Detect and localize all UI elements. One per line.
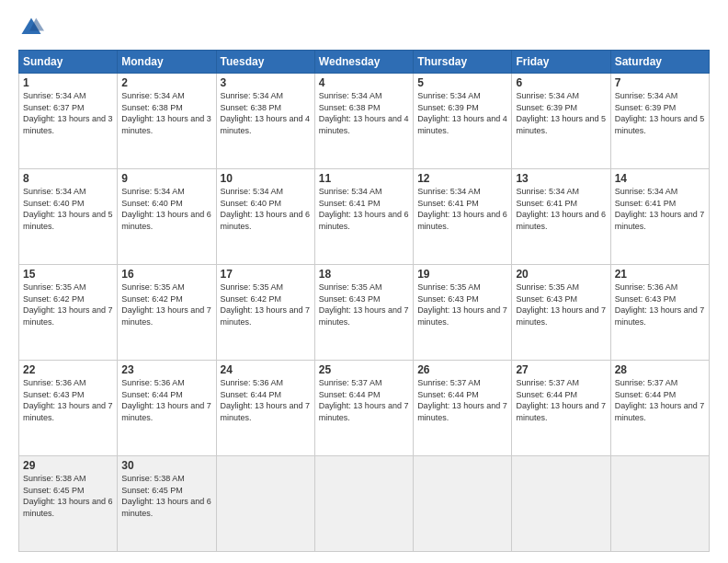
calendar-cell: 1 Sunrise: 5:34 AMSunset: 6:37 PMDayligh…: [19, 74, 118, 169]
day-number: 3: [221, 76, 311, 89]
calendar-cell: 5 Sunrise: 5:34 AMSunset: 6:39 PMDayligh…: [414, 74, 512, 169]
day-info: Sunrise: 5:35 AMSunset: 6:43 PMDaylight:…: [417, 282, 507, 327]
day-number: 17: [221, 268, 311, 281]
logo-icon: [18, 15, 44, 40]
day-number: 2: [121, 76, 211, 89]
calendar-header-thursday: Thursday: [414, 51, 512, 74]
day-number: 21: [615, 268, 705, 281]
day-number: 28: [615, 363, 705, 376]
day-info: Sunrise: 5:35 AMSunset: 6:42 PMDaylight:…: [121, 282, 211, 327]
calendar-cell: 18 Sunrise: 5:35 AMSunset: 6:43 PMDaylig…: [314, 265, 413, 361]
calendar-cell: [610, 456, 709, 552]
calendar-cell: 9 Sunrise: 5:34 AMSunset: 6:40 PMDayligh…: [118, 169, 216, 265]
day-info: Sunrise: 5:35 AMSunset: 6:43 PMDaylight:…: [516, 282, 606, 327]
day-number: 20: [516, 268, 606, 281]
day-number: 26: [417, 363, 507, 376]
calendar-cell: 20 Sunrise: 5:35 AMSunset: 6:43 PMDaylig…: [512, 265, 610, 361]
calendar-cell: 29 Sunrise: 5:38 AMSunset: 6:45 PMDaylig…: [19, 456, 118, 552]
calendar-header-wednesday: Wednesday: [314, 51, 413, 74]
day-number: 30: [121, 459, 211, 472]
calendar-cell: 10 Sunrise: 5:34 AMSunset: 6:40 PMDaylig…: [216, 169, 314, 265]
day-number: 15: [23, 268, 113, 281]
day-number: 27: [516, 363, 606, 376]
day-number: 22: [23, 363, 113, 376]
day-number: 1: [23, 76, 113, 89]
day-info: Sunrise: 5:36 AMSunset: 6:43 PMDaylight:…: [23, 377, 113, 423]
calendar-cell: 2 Sunrise: 5:34 AMSunset: 6:38 PMDayligh…: [118, 74, 216, 169]
day-info: Sunrise: 5:34 AMSunset: 6:38 PMDaylight:…: [121, 90, 211, 136]
day-number: 24: [221, 363, 311, 376]
calendar-table: SundayMondayTuesdayWednesdayThursdayFrid…: [18, 50, 710, 552]
calendar-cell: [414, 456, 512, 552]
calendar-cell: 21 Sunrise: 5:36 AMSunset: 6:43 PMDaylig…: [610, 265, 709, 361]
page: SundayMondayTuesdayWednesdayThursdayFrid…: [0, 0, 728, 563]
day-info: Sunrise: 5:36 AMSunset: 6:44 PMDaylight:…: [121, 377, 211, 423]
day-info: Sunrise: 5:34 AMSunset: 6:39 PMDaylight:…: [615, 90, 705, 136]
calendar-cell: 11 Sunrise: 5:34 AMSunset: 6:41 PMDaylig…: [314, 169, 413, 265]
calendar-week-3: 15 Sunrise: 5:35 AMSunset: 6:42 PMDaylig…: [19, 265, 710, 361]
calendar-cell: 27 Sunrise: 5:37 AMSunset: 6:44 PMDaylig…: [512, 361, 610, 456]
calendar-cell: 15 Sunrise: 5:35 AMSunset: 6:42 PMDaylig…: [19, 265, 118, 361]
day-number: 25: [319, 363, 409, 376]
day-number: 6: [516, 76, 606, 89]
day-number: 8: [23, 172, 113, 185]
day-info: Sunrise: 5:34 AMSunset: 6:41 PMDaylight:…: [516, 186, 606, 232]
calendar-cell: 3 Sunrise: 5:34 AMSunset: 6:38 PMDayligh…: [216, 74, 314, 169]
day-number: 10: [221, 172, 311, 185]
day-info: Sunrise: 5:34 AMSunset: 6:38 PMDaylight:…: [221, 90, 311, 136]
day-info: Sunrise: 5:37 AMSunset: 6:44 PMDaylight:…: [417, 377, 507, 423]
calendar-cell: 6 Sunrise: 5:34 AMSunset: 6:39 PMDayligh…: [512, 74, 610, 169]
day-info: Sunrise: 5:36 AMSunset: 6:44 PMDaylight:…: [221, 377, 311, 423]
calendar-cell: 25 Sunrise: 5:37 AMSunset: 6:44 PMDaylig…: [314, 361, 413, 456]
day-number: 23: [121, 363, 211, 376]
day-info: Sunrise: 5:35 AMSunset: 6:43 PMDaylight:…: [319, 282, 409, 327]
day-info: Sunrise: 5:34 AMSunset: 6:39 PMDaylight:…: [417, 90, 507, 136]
calendar-cell: 30 Sunrise: 5:38 AMSunset: 6:45 PMDaylig…: [118, 456, 216, 552]
calendar-header-tuesday: Tuesday: [216, 51, 314, 74]
calendar-cell: 26 Sunrise: 5:37 AMSunset: 6:44 PMDaylig…: [414, 361, 512, 456]
day-number: 16: [121, 268, 211, 281]
logo: [18, 15, 48, 40]
day-number: 13: [516, 172, 606, 185]
calendar-cell: 28 Sunrise: 5:37 AMSunset: 6:44 PMDaylig…: [610, 361, 709, 456]
day-number: 12: [417, 172, 507, 185]
day-number: 7: [615, 76, 705, 89]
calendar-cell: [314, 456, 413, 552]
header: [18, 15, 710, 40]
day-number: 19: [417, 268, 507, 281]
day-info: Sunrise: 5:37 AMSunset: 6:44 PMDaylight:…: [319, 377, 409, 423]
day-info: Sunrise: 5:35 AMSunset: 6:42 PMDaylight:…: [221, 282, 311, 327]
calendar-cell: 17 Sunrise: 5:35 AMSunset: 6:42 PMDaylig…: [216, 265, 314, 361]
day-number: 14: [615, 172, 705, 185]
calendar-cell: [216, 456, 314, 552]
day-number: 11: [319, 172, 409, 185]
day-info: Sunrise: 5:35 AMSunset: 6:42 PMDaylight:…: [23, 282, 113, 327]
day-info: Sunrise: 5:38 AMSunset: 6:45 PMDaylight:…: [121, 473, 211, 519]
calendar-cell: 8 Sunrise: 5:34 AMSunset: 6:40 PMDayligh…: [19, 169, 118, 265]
day-info: Sunrise: 5:37 AMSunset: 6:44 PMDaylight:…: [615, 377, 705, 423]
calendar-cell: 22 Sunrise: 5:36 AMSunset: 6:43 PMDaylig…: [19, 361, 118, 456]
calendar-cell: 12 Sunrise: 5:34 AMSunset: 6:41 PMDaylig…: [414, 169, 512, 265]
day-info: Sunrise: 5:34 AMSunset: 6:41 PMDaylight:…: [615, 186, 705, 232]
day-number: 18: [319, 268, 409, 281]
calendar-cell: 7 Sunrise: 5:34 AMSunset: 6:39 PMDayligh…: [610, 74, 709, 169]
day-info: Sunrise: 5:34 AMSunset: 6:41 PMDaylight:…: [417, 186, 507, 232]
calendar-week-2: 8 Sunrise: 5:34 AMSunset: 6:40 PMDayligh…: [19, 169, 710, 265]
calendar-cell: 4 Sunrise: 5:34 AMSunset: 6:38 PMDayligh…: [314, 74, 413, 169]
calendar-week-4: 22 Sunrise: 5:36 AMSunset: 6:43 PMDaylig…: [19, 361, 710, 456]
day-info: Sunrise: 5:36 AMSunset: 6:43 PMDaylight:…: [615, 282, 705, 327]
day-info: Sunrise: 5:34 AMSunset: 6:40 PMDaylight:…: [121, 186, 211, 232]
day-info: Sunrise: 5:34 AMSunset: 6:41 PMDaylight:…: [319, 186, 409, 232]
day-info: Sunrise: 5:34 AMSunset: 6:37 PMDaylight:…: [23, 90, 113, 136]
calendar-cell: 14 Sunrise: 5:34 AMSunset: 6:41 PMDaylig…: [610, 169, 709, 265]
calendar-week-1: 1 Sunrise: 5:34 AMSunset: 6:37 PMDayligh…: [19, 74, 710, 169]
calendar-week-5: 29 Sunrise: 5:38 AMSunset: 6:45 PMDaylig…: [19, 456, 710, 552]
calendar-header-saturday: Saturday: [610, 51, 709, 74]
calendar-header-row: SundayMondayTuesdayWednesdayThursdayFrid…: [19, 51, 710, 74]
calendar-cell: 24 Sunrise: 5:36 AMSunset: 6:44 PMDaylig…: [216, 361, 314, 456]
day-info: Sunrise: 5:37 AMSunset: 6:44 PMDaylight:…: [516, 377, 606, 423]
day-number: 9: [121, 172, 211, 185]
calendar-cell: 13 Sunrise: 5:34 AMSunset: 6:41 PMDaylig…: [512, 169, 610, 265]
calendar-header-sunday: Sunday: [19, 51, 118, 74]
day-info: Sunrise: 5:38 AMSunset: 6:45 PMDaylight:…: [23, 473, 113, 519]
